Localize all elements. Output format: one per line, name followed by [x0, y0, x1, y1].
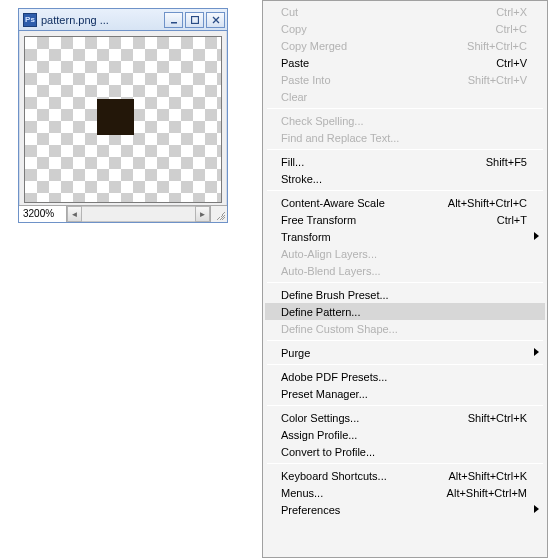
menu-item-menus[interactable]: Menus...Alt+Shift+Ctrl+M	[265, 484, 545, 501]
menu-item-label: Paste Into	[281, 74, 468, 86]
menu-item-label: Color Settings...	[281, 412, 468, 424]
menu-item-label: Free Transform	[281, 214, 497, 226]
menu-item-label: Define Pattern...	[281, 306, 527, 318]
menu-item-define-pattern[interactable]: Define Pattern...	[265, 303, 545, 320]
menu-item-label: Adobe PDF Presets...	[281, 371, 527, 383]
menu-item-accel: Shift+Ctrl+K	[468, 412, 527, 424]
menu-item-label: Preferences	[281, 504, 527, 516]
menu-item-label: Paste	[281, 57, 496, 69]
menu-separator	[267, 463, 543, 464]
menu-item-label: Transform	[281, 231, 527, 243]
menu-item-paste[interactable]: PasteCtrl+V	[265, 54, 545, 71]
menu-item-label: Check Spelling...	[281, 115, 527, 127]
zoom-field[interactable]: 3200%	[19, 206, 67, 222]
menu-item-accel: Ctrl+T	[497, 214, 527, 226]
close-button[interactable]	[206, 12, 225, 28]
window-title: pattern.png ...	[41, 14, 160, 26]
menu-item-label: Define Brush Preset...	[281, 289, 527, 301]
menu-item-label: Fill...	[281, 156, 486, 168]
menu-item-paste-into: Paste IntoShift+Ctrl+V	[265, 71, 545, 88]
menu-item-copy-merged: Copy MergedShift+Ctrl+C	[265, 37, 545, 54]
menu-item-accel: Ctrl+C	[496, 23, 527, 35]
menu-item-label: Find and Replace Text...	[281, 132, 527, 144]
menu-item-accel: Shift+Ctrl+C	[467, 40, 527, 52]
menu-item-label: Purge	[281, 347, 527, 359]
menu-item-color-settings[interactable]: Color Settings...Shift+Ctrl+K	[265, 409, 545, 426]
menu-item-transform[interactable]: Transform	[265, 228, 545, 245]
menu-item-label: Cut	[281, 6, 496, 18]
edit-menu: CutCtrl+XCopyCtrl+CCopy MergedShift+Ctrl…	[262, 0, 548, 558]
canvas-area-wrap	[19, 31, 227, 205]
menu-item-purge[interactable]: Purge	[265, 344, 545, 361]
menu-item-accel: Shift+F5	[486, 156, 527, 168]
ps-icon: Ps	[23, 13, 37, 27]
menu-item-accel: Alt+Shift+Ctrl+K	[448, 470, 527, 482]
document-window: Ps pattern.png ... 3200% ◄ ►	[18, 8, 228, 223]
statusbar: 3200% ◄ ►	[19, 205, 227, 222]
menu-item-accel: Ctrl+X	[496, 6, 527, 18]
menu-item-label: Copy Merged	[281, 40, 467, 52]
menu-item-label: Auto-Blend Layers...	[281, 265, 527, 277]
menu-item-keyboard-shortcuts[interactable]: Keyboard Shortcuts...Alt+Shift+Ctrl+K	[265, 467, 545, 484]
canvas-content	[97, 99, 134, 135]
menu-item-label: Convert to Profile...	[281, 446, 527, 458]
menu-item-assign-profile[interactable]: Assign Profile...	[265, 426, 545, 443]
menu-item-find-and-replace-text: Find and Replace Text...	[265, 129, 545, 146]
minimize-button[interactable]	[164, 12, 183, 28]
scroll-left-button[interactable]: ◄	[67, 206, 82, 222]
menu-separator	[267, 405, 543, 406]
menu-separator	[267, 340, 543, 341]
submenu-arrow-icon	[534, 505, 539, 513]
menu-separator	[267, 364, 543, 365]
submenu-arrow-icon	[534, 348, 539, 356]
titlebar[interactable]: Ps pattern.png ...	[19, 9, 227, 31]
menu-item-label: Keyboard Shortcuts...	[281, 470, 448, 482]
svg-rect-1	[191, 16, 198, 23]
menu-separator	[267, 149, 543, 150]
menu-item-preset-manager[interactable]: Preset Manager...	[265, 385, 545, 402]
menu-item-cut: CutCtrl+X	[265, 3, 545, 20]
menu-item-preferences[interactable]: Preferences	[265, 501, 545, 518]
menu-item-adobe-pdf-presets[interactable]: Adobe PDF Presets...	[265, 368, 545, 385]
menu-item-label: Preset Manager...	[281, 388, 527, 400]
submenu-arrow-icon	[534, 232, 539, 240]
menu-item-content-aware-scale[interactable]: Content-Aware ScaleAlt+Shift+Ctrl+C	[265, 194, 545, 211]
scroll-track[interactable]	[82, 206, 195, 222]
menu-item-label: Define Custom Shape...	[281, 323, 527, 335]
menu-item-label: Stroke...	[281, 173, 527, 185]
menu-item-accel: Alt+Shift+Ctrl+M	[447, 487, 527, 499]
menu-item-auto-blend-layers: Auto-Blend Layers...	[265, 262, 545, 279]
menu-item-label: Assign Profile...	[281, 429, 527, 441]
menu-item-accel: Shift+Ctrl+V	[468, 74, 527, 86]
menu-item-label: Copy	[281, 23, 496, 35]
menu-item-label: Clear	[281, 91, 527, 103]
svg-rect-0	[171, 22, 177, 24]
resize-grip[interactable]	[211, 206, 227, 222]
menu-item-check-spelling: Check Spelling...	[265, 112, 545, 129]
menu-item-fill[interactable]: Fill...Shift+F5	[265, 153, 545, 170]
menu-item-auto-align-layers: Auto-Align Layers...	[265, 245, 545, 262]
menu-item-stroke[interactable]: Stroke...	[265, 170, 545, 187]
menu-separator	[267, 108, 543, 109]
window-buttons	[164, 12, 225, 28]
menu-separator	[267, 282, 543, 283]
menu-item-accel: Alt+Shift+Ctrl+C	[448, 197, 527, 209]
menu-item-free-transform[interactable]: Free TransformCtrl+T	[265, 211, 545, 228]
maximize-button[interactable]	[185, 12, 204, 28]
horizontal-scrollbar[interactable]: ◄ ►	[67, 206, 211, 222]
menu-item-clear: Clear	[265, 88, 545, 105]
menu-item-define-brush-preset[interactable]: Define Brush Preset...	[265, 286, 545, 303]
menu-item-label: Menus...	[281, 487, 447, 499]
canvas[interactable]	[24, 36, 222, 203]
menu-item-copy: CopyCtrl+C	[265, 20, 545, 37]
menu-item-label: Auto-Align Layers...	[281, 248, 527, 260]
menu-item-define-custom-shape: Define Custom Shape...	[265, 320, 545, 337]
menu-item-convert-to-profile[interactable]: Convert to Profile...	[265, 443, 545, 460]
menu-separator	[267, 190, 543, 191]
menu-item-accel: Ctrl+V	[496, 57, 527, 69]
scroll-right-button[interactable]: ►	[195, 206, 210, 222]
menu-item-label: Content-Aware Scale	[281, 197, 448, 209]
